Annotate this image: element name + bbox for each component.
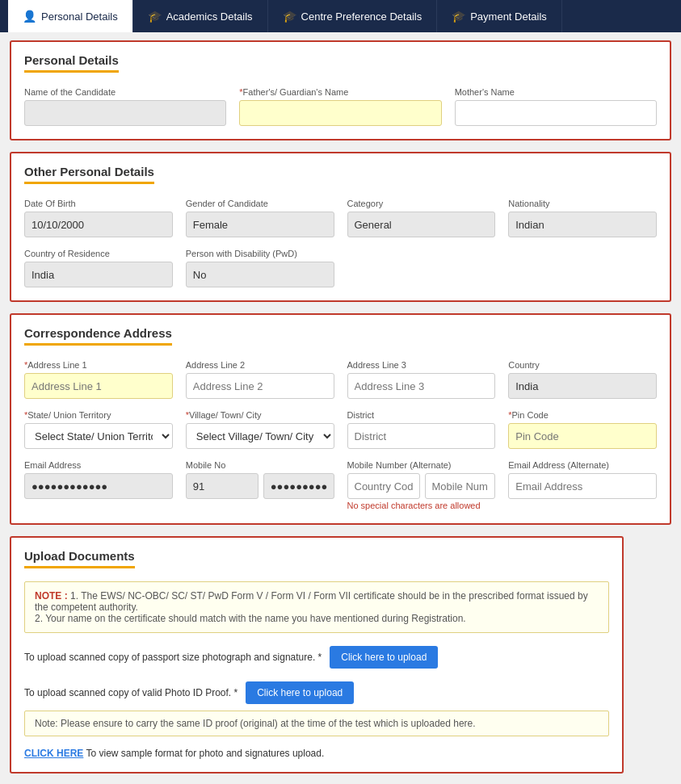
nationality-label: Nationality xyxy=(508,199,657,208)
upload-note-box: NOTE : 1. The EWS/ NC-OBC/ SC/ ST/ PwD F… xyxy=(24,581,609,633)
country-residence-label: Country of Residence xyxy=(24,249,173,258)
id-upload-row: To upload scanned copy of valid Photo ID… xyxy=(24,681,609,704)
mothers-name-group: Mother's Name xyxy=(455,87,657,126)
address-row2: *State/ Union Territory Select State/ Un… xyxy=(24,410,657,449)
city-label: *Village/ Town/ City xyxy=(186,410,334,420)
photo-upload-row: To upload scanned copy of passport size … xyxy=(24,646,609,669)
pwd-input[interactable] xyxy=(186,262,334,287)
personal-details-title: Personal Details xyxy=(24,53,119,73)
candidate-name-input[interactable] xyxy=(24,100,226,126)
address2-group: Address Line 2 xyxy=(186,360,334,399)
academics-icon: 🎓 xyxy=(148,10,162,23)
mobile-error-text: No special characters are allowed xyxy=(347,501,496,510)
district-input[interactable] xyxy=(347,423,496,449)
fathers-name-label: *Father's/ Guardian's Name xyxy=(239,87,441,97)
pin-code-input[interactable] xyxy=(508,423,657,449)
email-input[interactable] xyxy=(24,473,173,499)
main-content: Personal Details Name of the Candidate *… xyxy=(0,32,681,784)
email-alternate-group: Email Address (Alternate) xyxy=(508,460,657,510)
address3-input[interactable] xyxy=(347,373,496,399)
category-input[interactable] xyxy=(347,212,496,237)
id-upload-note-text: Note: Please ensure to carry the same ID… xyxy=(35,718,476,729)
top-navigation: 👤 Personal Details 🎓 Academics Details 🎓… xyxy=(0,0,681,32)
pwd-group: Person with Disability (PwD) xyxy=(186,249,334,287)
district-group: District xyxy=(347,410,496,449)
country-group: Country xyxy=(508,360,657,399)
address-row1: *Address Line 1 Address Line 2 Address L… xyxy=(24,360,657,399)
mobile-alternate-number[interactable] xyxy=(425,473,496,499)
mobile-input-group xyxy=(186,473,334,499)
tab-personal-details[interactable]: 👤 Personal Details xyxy=(8,0,133,32)
address1-label: *Address Line 1 xyxy=(24,360,173,370)
category-group: Category xyxy=(347,199,496,237)
spacer1 xyxy=(347,249,496,287)
dob-label: Date Of Birth xyxy=(24,199,173,208)
mobile-alternate-country-code[interactable] xyxy=(347,473,420,499)
id-upload-button[interactable]: Click here to upload xyxy=(246,681,354,704)
mobile-alternate-label: Mobile Number (Alternate) xyxy=(347,460,496,470)
mobile-country-code[interactable] xyxy=(186,473,259,499)
mobile-number-input[interactable] xyxy=(263,473,334,499)
upload-documents-section: Upload Documents NOTE : 1. The EWS/ NC-O… xyxy=(10,536,624,774)
gender-group: Gender of Candidate xyxy=(186,199,334,237)
payment-icon: 🎓 xyxy=(452,10,465,23)
country-residence-input[interactable] xyxy=(24,262,173,287)
pin-code-label: *Pin Code xyxy=(508,410,657,420)
other-personal-details-section: Other Personal Details Date Of Birth Gen… xyxy=(10,152,671,302)
email-alternate-input[interactable] xyxy=(508,473,657,499)
state-select[interactable]: Select State/ Union Territory xyxy=(24,423,173,449)
city-select[interactable]: Select Village/ Town/ City xyxy=(186,423,334,449)
click-here-row: CLICK HERE To view sample format for pho… xyxy=(24,748,609,759)
click-here-text: To view sample format for photo and sign… xyxy=(86,748,324,759)
mobile-alternate-input-group xyxy=(347,473,496,499)
address-row3: Email Address Mobile No Mobile Number (A… xyxy=(24,460,657,510)
pwd-label: Person with Disability (PwD) xyxy=(186,249,334,258)
mobile-group: Mobile No xyxy=(186,460,334,510)
tab-academics-details[interactable]: 🎓 Academics Details xyxy=(133,0,268,32)
personal-details-icon: 👤 xyxy=(23,10,36,23)
id-upload-note: Note: Please ensure to carry the same ID… xyxy=(24,711,609,736)
gender-input[interactable] xyxy=(186,212,334,237)
address3-label: Address Line 3 xyxy=(347,360,496,370)
tab-centre-preference[interactable]: 🎓 Centre Preference Details xyxy=(268,0,438,32)
country-label: Country xyxy=(508,360,657,370)
candidate-name-label: Name of the Candidate xyxy=(24,87,226,97)
city-group: *Village/ Town/ City Select Village/ Tow… xyxy=(186,410,334,449)
photo-upload-button[interactable]: Click here to upload xyxy=(330,646,438,669)
note-label: NOTE : xyxy=(35,590,68,602)
click-here-link[interactable]: CLICK HERE xyxy=(24,748,83,759)
mothers-name-label: Mother's Name xyxy=(455,87,657,97)
address1-input[interactable] xyxy=(24,373,173,399)
category-label: Category xyxy=(347,199,496,208)
country-input[interactable] xyxy=(508,373,657,399)
state-label: *State/ Union Territory xyxy=(24,410,173,420)
other-personal-row1: Date Of Birth Gender of Candidate Catego… xyxy=(24,199,657,237)
other-personal-details-title: Other Personal Details xyxy=(24,165,154,184)
address3-group: Address Line 3 xyxy=(347,360,496,399)
email-label: Email Address xyxy=(24,460,173,470)
other-personal-row2: Country of Residence Person with Disabil… xyxy=(24,249,657,287)
dob-group: Date Of Birth xyxy=(24,199,173,237)
tab-payment-details[interactable]: 🎓 Payment Details xyxy=(437,0,562,32)
note-line1: 1. The EWS/ NC-OBC/ SC/ ST/ PwD Form V /… xyxy=(35,590,588,613)
nationality-input[interactable] xyxy=(508,212,657,237)
pin-code-group: *Pin Code xyxy=(508,410,657,449)
address2-label: Address Line 2 xyxy=(186,360,334,370)
note-line2: 2. Your name on the certificate should m… xyxy=(35,613,466,624)
spacer2 xyxy=(508,249,657,287)
correspondence-address-title: Correspondence Address xyxy=(24,326,172,346)
centre-icon: 🎓 xyxy=(283,10,296,23)
fathers-name-group: *Father's/ Guardian's Name xyxy=(239,87,441,126)
fathers-name-input[interactable] xyxy=(239,100,441,126)
upload-documents-title: Upload Documents xyxy=(24,549,135,568)
dob-input[interactable] xyxy=(24,212,173,237)
district-label: District xyxy=(347,410,496,420)
country-residence-group: Country of Residence xyxy=(24,249,173,287)
mothers-name-input[interactable] xyxy=(455,100,657,126)
email-alternate-label: Email Address (Alternate) xyxy=(508,460,657,470)
gender-label: Gender of Candidate xyxy=(186,199,334,208)
mobile-alternate-group: Mobile Number (Alternate) No special cha… xyxy=(347,460,496,510)
id-upload-text: To upload scanned copy of valid Photo ID… xyxy=(24,687,238,698)
nationality-group: Nationality xyxy=(508,199,657,237)
address2-input[interactable] xyxy=(186,373,334,399)
